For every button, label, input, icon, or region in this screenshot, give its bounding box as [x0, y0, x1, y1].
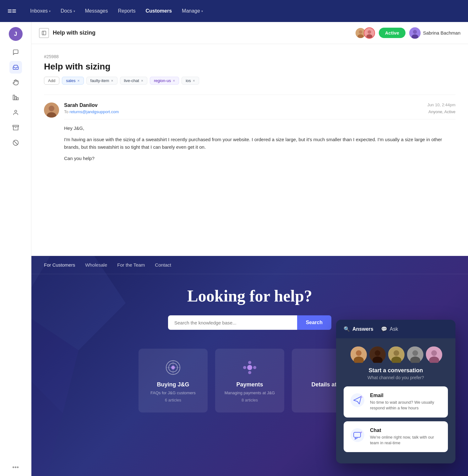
- nav-docs[interactable]: Docs ▾: [61, 8, 75, 14]
- tags-container: Add sales × faulty-item × live-chat × re…: [44, 77, 455, 85]
- help-nav-contact[interactable]: Contact: [155, 262, 171, 268]
- chevron-down-icon: ▾: [49, 9, 51, 13]
- chat-option-chat[interactable]: Chat We're online right now, talk with o…: [344, 421, 448, 452]
- team-avatar-3: [388, 346, 404, 362]
- message-to-row: To returns@jandgsupport.com Anyone, Acti…: [64, 109, 455, 114]
- nav-messages[interactable]: Messages: [85, 8, 108, 14]
- chat-cta-subtitle: What channel do you prefer?: [344, 375, 448, 380]
- svg-point-11: [359, 30, 362, 34]
- sidebar-item-chat[interactable]: [9, 46, 22, 58]
- chat-widget: 🔍 Answers 💬 Ask: [336, 320, 455, 463]
- conversation-header-right: Active Sabrina Bachman: [355, 27, 460, 39]
- hand-icon: [13, 79, 19, 86]
- svg-rect-4: [13, 125, 18, 127]
- chat-option-text: Chat We're online right now, talk with o…: [370, 428, 442, 446]
- svg-rect-2: [17, 98, 18, 100]
- sender-name: Sarah Danilov: [64, 102, 98, 108]
- card-buying-desc: FAQs for J&G customers: [146, 390, 200, 395]
- conversation-header: Help with sizing: [31, 22, 468, 44]
- chat-tab-answers[interactable]: 🔍 Answers: [344, 326, 373, 332]
- svg-point-35: [253, 366, 256, 369]
- remove-tag-faulty-item[interactable]: ×: [111, 79, 113, 83]
- message-timestamp: Jun 10, 2:44pm: [427, 102, 455, 107]
- svg-point-12: [357, 34, 363, 39]
- sidebar-item-contacts[interactable]: [9, 106, 22, 119]
- chat-icon: [13, 49, 19, 55]
- help-card-payments[interactable]: Payments Managing payments at J&G 8 arti…: [215, 349, 284, 412]
- assignee-avatars: [355, 27, 375, 39]
- reports-icon: [13, 94, 19, 101]
- team-avatars: [344, 346, 448, 362]
- team-avatar-4: [406, 346, 423, 362]
- search-button[interactable]: Search: [297, 315, 331, 330]
- add-tag-button[interactable]: Add: [44, 77, 59, 85]
- message-content: Sarah Danilov Jun 10, 2:44pm To returns@…: [64, 102, 455, 166]
- card-buying-title: Buying J&G: [146, 381, 200, 388]
- sidebar-toggle-icon[interactable]: [39, 28, 49, 38]
- sidebar-item-inbox[interactable]: [9, 61, 22, 74]
- sidebar-item-hand[interactable]: [9, 76, 22, 89]
- main-content: Help with sizing: [31, 22, 468, 476]
- nav-customers[interactable]: Customers: [145, 8, 172, 14]
- svg-point-43: [394, 350, 399, 356]
- chat-tab-ask[interactable]: 💬 Ask: [381, 326, 398, 332]
- remove-tag-ios[interactable]: ×: [193, 79, 195, 83]
- remove-tag-region-us[interactable]: ×: [173, 79, 175, 83]
- sidebar-item-block[interactable]: [9, 136, 22, 149]
- help-card-buying[interactable]: Buying J&G FAQs for J&G customers 6 arti…: [139, 349, 208, 412]
- conversation-title: Help with sizing: [53, 30, 351, 36]
- team-avatar-1: [350, 346, 366, 362]
- top-navigation: ≡≡ Inboxes ▾ Docs ▾ Messages Reports Cus…: [0, 0, 468, 22]
- sidebar-item-archive[interactable]: [9, 121, 22, 134]
- svg-point-51: [351, 393, 364, 407]
- message-circle-icon: 💬: [381, 326, 387, 332]
- remove-tag-sales[interactable]: ×: [78, 79, 80, 83]
- svg-point-37: [356, 350, 362, 356]
- nav-reports[interactable]: Reports: [118, 8, 135, 14]
- message-header: Sarah Danilov Jun 10, 2:44pm: [64, 102, 455, 108]
- message-item: Sarah Danilov Jun 10, 2:44pm To returns@…: [44, 95, 455, 174]
- email-option-title: Email: [370, 393, 442, 398]
- tag-faulty-item: faulty-item ×: [86, 77, 117, 85]
- sender-avatar: [44, 102, 59, 118]
- left-sidebar: J: [0, 22, 31, 476]
- tag-ios: ios ×: [182, 77, 199, 85]
- search-icon: 🔍: [344, 326, 350, 332]
- status-badge[interactable]: Active: [379, 28, 405, 38]
- sidebar-item-reports[interactable]: [9, 91, 22, 104]
- team-avatar-2: [369, 346, 385, 362]
- search-input[interactable]: [168, 315, 297, 330]
- card-buying-count: 6 articles: [146, 398, 200, 402]
- card-payments-desc: Managing payments at J&G: [223, 390, 277, 395]
- chat-widget-body: Start a conversation What channel do you…: [336, 338, 455, 463]
- svg-line-7: [14, 141, 18, 145]
- archive-icon: [13, 125, 19, 131]
- chat-option-desc: We're online right now, talk with our te…: [370, 434, 442, 446]
- remove-tag-live-chat[interactable]: ×: [141, 79, 143, 83]
- svg-point-15: [366, 34, 372, 39]
- paper-plane-icon: [350, 393, 365, 408]
- svg-point-3: [14, 110, 17, 113]
- person-icon: [13, 109, 19, 116]
- geo-decoration: [31, 256, 126, 476]
- chat-bubble-icon: [350, 428, 365, 443]
- chat-option-email[interactable]: Email No time to wait around? We usually…: [344, 386, 448, 417]
- search-bar: Search: [168, 315, 331, 330]
- svg-point-55: [351, 428, 364, 442]
- svg-point-17: [413, 30, 417, 34]
- email-option-desc: No time to wait around? We usually respo…: [370, 400, 442, 411]
- more-icon: [318, 359, 335, 376]
- chat-option-title: Chat: [370, 428, 442, 433]
- payments-icon: [241, 359, 258, 376]
- svg-point-31: [247, 365, 252, 370]
- nav-inboxes[interactable]: Inboxes ▾: [30, 8, 51, 14]
- agent-info: Sabrina Bachman: [409, 27, 460, 39]
- nav-manage[interactable]: Manage ▾: [182, 8, 203, 14]
- logo: ≡≡: [8, 7, 16, 15]
- panel-icon: [41, 30, 46, 36]
- card-payments-title: Payments: [223, 381, 277, 388]
- help-center-overlay: For Customers Wholesale For the Team Con…: [31, 256, 468, 476]
- agent-name: Sabrina Bachman: [423, 30, 460, 36]
- agent-avatar: [409, 27, 421, 39]
- sidebar-more-button[interactable]: •••: [12, 464, 19, 471]
